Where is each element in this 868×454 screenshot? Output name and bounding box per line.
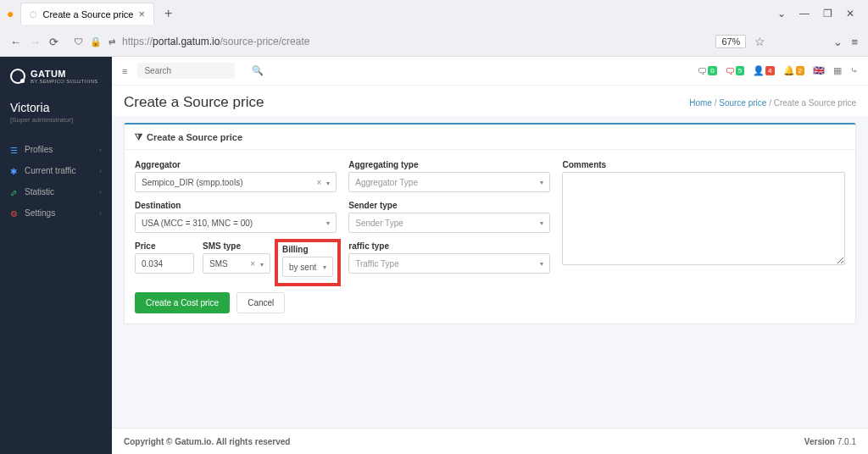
footer-version: 7.0.1 [837,437,856,446]
user-name: Victoria [10,101,102,114]
label-comments: Comments [562,160,845,169]
sidebar: GATUM BY SEMPICO SOLUTIONS Victoria [Sup… [0,57,112,454]
new-tab-button[interactable]: + [158,3,179,25]
search-input[interactable] [144,66,252,75]
logo: GATUM BY SEMPICO SOLUTIONS [0,57,112,92]
app: GATUM BY SEMPICO SOLUTIONS Victoria [Sup… [0,57,868,454]
chevron-left-icon: ‹ [99,167,102,175]
notif-alerts[interactable]: 🗨5 [726,66,744,76]
caret-down-icon: ▾ [260,261,264,269]
menu-icon[interactable]: ≡ [851,36,858,48]
footer-copyright: Copyright © Gatum.io. All rights reserve… [124,437,290,446]
browser-chrome: ● ◌ Create a Source price × + ⌄ — ❐ ✕ ← … [0,0,868,57]
nav-bar: ← → ⟳ 🛡 🔒 ⇄ https://portal.gatum.io/sour… [0,27,868,56]
settings-icon: ⚙ [10,209,19,218]
label-sender-type: Sender type [348,201,550,210]
sidebar-item-label: Statistic [25,187,54,197]
notif-users[interactable]: 👤4 [753,65,774,76]
reload-button[interactable]: ⟳ [49,36,58,48]
notif-messages[interactable]: 🗨0 [698,66,716,76]
tab-bar: ● ◌ Create a Source price × + ⌄ — ❐ ✕ [0,0,868,27]
submit-button[interactable]: Create a Cost price [135,292,230,313]
form-card: ⧩ Create a Source price Aggregator Sempi… [124,123,856,324]
field-traffic-type: raffic type Traffic Type ▾ [348,241,550,274]
select-aggregating-type[interactable]: Aggregator Type ▾ [348,172,550,192]
caret-down-icon: ▾ [540,219,543,227]
sidebar-item-profiles[interactable]: ☰ Profiles ‹ [0,139,112,160]
sidebar-item-statistic[interactable]: ⬀ Statistic ‹ [0,181,112,202]
label-sms-type: SMS type [203,241,270,251]
shield-icon[interactable]: 🛡 [74,36,83,47]
clear-icon[interactable]: × [250,259,255,269]
sidebar-item-label: Profiles [25,145,53,154]
card-header: ⧩ Create a Source price [125,125,855,150]
field-price: Price [135,241,194,280]
sidebar-item-settings[interactable]: ⚙ Settings ‹ [0,202,112,224]
caret-down-icon: ▾ [540,179,543,186]
content: ≡ 🔍 🗨0 🗨5 👤4 🔔2 🇬🇧 ▦ ⤷ Create a Source p… [112,57,868,454]
maximize-icon[interactable]: ❐ [823,8,832,19]
page-header: Create a Source price Home / Source pric… [112,86,868,116]
nav-menu: ☰ Profiles ‹ ✱ Current traffic ‹ ⬀ Stati… [0,139,112,224]
logout-icon[interactable]: ⤷ [850,65,858,76]
profiles-icon: ☰ [10,146,19,154]
chevron-left-icon: ‹ [99,209,102,218]
clear-icon[interactable]: × [316,178,321,187]
field-comments: Comments [562,160,845,267]
sidebar-item-label: Settings [25,208,55,218]
grid-icon[interactable]: ▦ [833,65,842,76]
card-title: Create a Source price [147,132,242,142]
field-billing: Billing by sent ▾ [275,239,341,286]
field-aggregator: Aggregator Sempico_DIR (smpp.tools) ×▾ [135,160,337,192]
sidebar-item-current-traffic[interactable]: ✱ Current traffic ‹ [0,160,112,181]
chevron-down-icon[interactable]: ⌄ [777,8,786,19]
breadcrumb-home[interactable]: Home [689,98,712,108]
field-destination: Destination USA (MCC = 310, MNC = 00) ▾ [135,201,337,233]
select-traffic-type[interactable]: Traffic Type ▾ [348,253,550,274]
cancel-button[interactable]: Cancel [236,292,285,313]
permissions-icon[interactable]: ⇄ [108,37,115,47]
search-icon[interactable]: 🔍 [252,65,264,76]
flag-icon[interactable]: 🇬🇧 [813,65,825,76]
statistic-icon: ⬀ [10,188,19,197]
select-aggregator[interactable]: Sempico_DIR (smpp.tools) ×▾ [135,172,337,192]
chevron-left-icon: ‹ [99,188,102,197]
url-bar[interactable]: 🛡 🔒 ⇄ https://portal.gatum.io/source-pri… [67,36,707,47]
back-button[interactable]: ← [10,36,21,48]
label-traffic-type: raffic type [348,241,550,251]
tab-favicon: ◌ [30,9,37,19]
topbar-right: 🗨0 🗨5 👤4 🔔2 🇬🇧 ▦ ⤷ [698,65,858,76]
select-sender-type[interactable]: Sender Type ▾ [348,213,550,233]
footer: Copyright © Gatum.io. All rights reserve… [112,428,868,454]
menu-toggle-icon[interactable]: ≡ [122,66,127,76]
search-box[interactable]: 🔍 [137,63,235,79]
select-sms-type[interactable]: SMS ×▾ [203,253,270,274]
close-icon[interactable]: × [138,8,145,20]
select-destination[interactable]: USA (MCC = 310, MNC = 00) ▾ [135,213,337,233]
label-destination: Destination [135,201,337,210]
label-aggregating-type: Aggregating type [348,160,550,169]
input-price[interactable] [135,253,194,274]
page-title: Create a Source price [124,94,264,111]
label-billing: Billing [282,245,333,254]
select-billing[interactable]: by sent ▾ [282,257,333,277]
window-close-icon[interactable]: ✕ [846,8,854,19]
tab-title: Create a Source price [42,9,133,19]
minimize-icon[interactable]: — [799,8,810,19]
textarea-comments[interactable] [562,172,845,265]
pocket-icon[interactable]: ⌄ [833,36,843,48]
bookmark-icon[interactable]: ☆ [754,35,765,48]
firefox-icon: ● [7,7,14,20]
url-text: https://portal.gatum.io/source-price/cre… [122,36,309,47]
notif-bell[interactable]: 🔔2 [783,65,804,76]
zoom-level[interactable]: 67% [715,35,746,48]
top-bar: ≡ 🔍 🗨0 🗨5 👤4 🔔2 🇬🇧 ▦ ⤷ [112,57,868,86]
browser-tab[interactable]: ◌ Create a Source price × [20,3,154,25]
user-info: Victoria [Super administrator] [0,92,112,132]
filter-icon: ⧩ [135,131,142,142]
caret-down-icon: ▾ [540,260,543,268]
traffic-icon: ✱ [10,167,19,175]
breadcrumb-parent[interactable]: Source price [719,98,766,108]
lock-icon[interactable]: 🔒 [90,36,102,47]
field-aggregating-type: Aggregating type Aggregator Type ▾ [348,160,550,192]
